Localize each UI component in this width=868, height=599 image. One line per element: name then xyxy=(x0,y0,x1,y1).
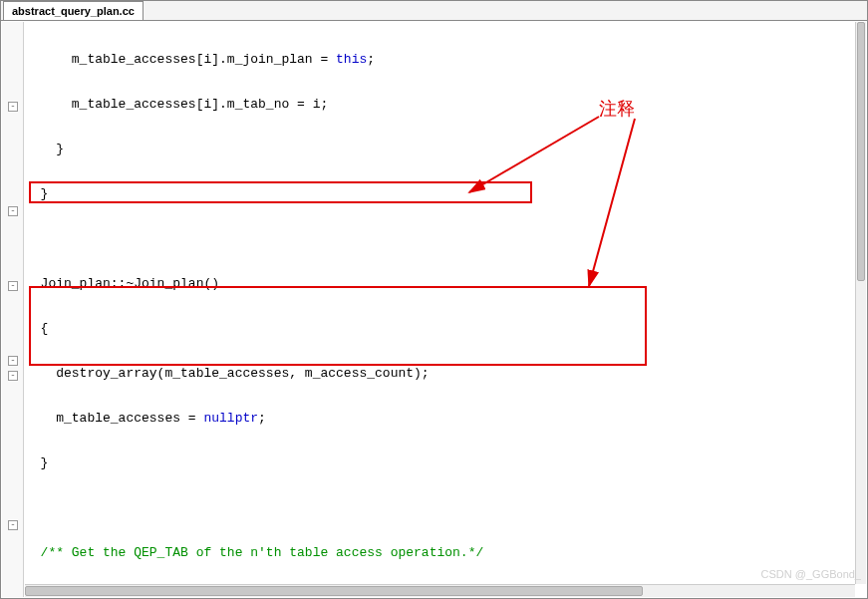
fold-toggle-icon[interactable]: - xyxy=(8,356,18,366)
scrollbar-thumb[interactable] xyxy=(857,22,865,281)
fold-toggle-icon[interactable]: - xyxy=(8,371,18,381)
code-line: m_table_accesses[i].m_join_plan = this; xyxy=(25,52,855,67)
code-line-comment: /** Get the QEP_TAB of the n'th table ac… xyxy=(25,545,855,560)
file-tab[interactable]: abstract_query_plan.cc xyxy=(3,1,144,20)
vertical-scrollbar[interactable] xyxy=(855,22,866,584)
code-line: Join_plan::~Join_plan() xyxy=(25,276,855,291)
fold-toggle-icon[interactable]: - xyxy=(8,102,18,112)
fold-toggle-icon[interactable]: - xyxy=(8,520,18,530)
code-line: m_table_accesses[i].m_tab_no = i; xyxy=(25,97,855,112)
code-gutter: - - - - - - xyxy=(2,22,24,597)
scrollbar-thumb[interactable] xyxy=(25,586,643,596)
editor-window: abstract_query_plan.cc - - - - - - m_tab… xyxy=(0,0,868,599)
code-line: destroy_array(m_table_accesses, m_access… xyxy=(25,366,855,381)
code-line: } xyxy=(25,186,855,201)
code-line: } xyxy=(25,142,855,156)
code-line: { xyxy=(25,321,855,336)
code-line: } xyxy=(25,455,855,470)
code-line xyxy=(25,231,855,246)
watermark: CSDN @_GGBond_ xyxy=(761,568,861,580)
tab-bar: abstract_query_plan.cc xyxy=(1,1,867,21)
code-line xyxy=(25,500,855,515)
annotation-label: 注释 xyxy=(599,97,635,121)
horizontal-scrollbar[interactable] xyxy=(25,584,855,597)
code-area[interactable]: m_table_accesses[i].m_join_plan = this; … xyxy=(25,22,855,584)
code-line: m_table_accesses = nullptr; xyxy=(25,411,855,426)
fold-toggle-icon[interactable]: - xyxy=(8,281,18,291)
fold-toggle-icon[interactable]: - xyxy=(8,206,18,216)
